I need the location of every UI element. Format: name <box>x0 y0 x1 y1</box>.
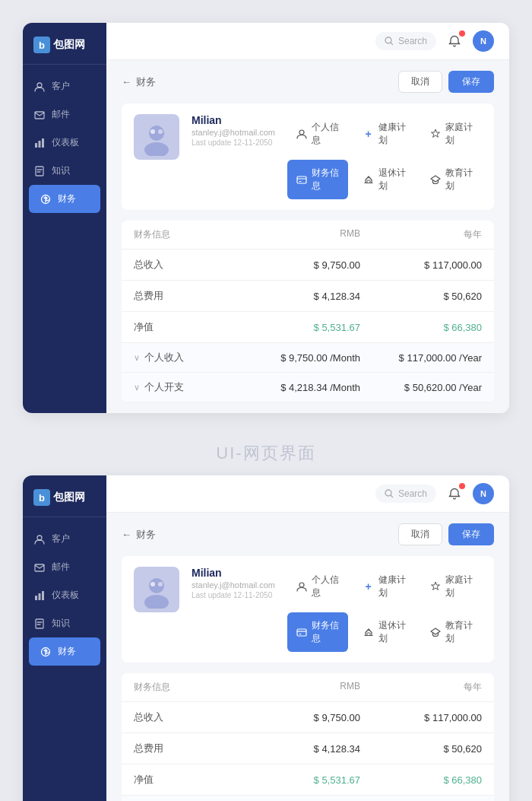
row2-0-rmb: $ 9,750.00 <box>239 712 360 723</box>
dashboard-icon-2 <box>33 590 46 602</box>
sidebar2-label-finance: 财务 <box>58 645 76 658</box>
row2-2-rmb: $ 5,531.67 <box>239 774 360 786</box>
sidebar2-item-mail[interactable]: 邮件 <box>23 553 106 581</box>
logo: b 包图网 <box>23 23 106 65</box>
profile-tabs-2: 个人信息 + 健康计划 家庭计划 <box>287 567 482 652</box>
back-arrow[interactable]: ← <box>122 76 131 87</box>
tab2-retire-icon <box>363 625 374 640</box>
svg-point-28 <box>158 582 163 586</box>
svg-rect-14 <box>297 176 306 183</box>
tab-retire-label: 退休计划 <box>378 167 407 192</box>
row0-label: 总收入 <box>134 258 239 272</box>
tab-family[interactable]: 家庭计划 <box>421 114 482 154</box>
tab2-health-label: 健康计划 <box>378 574 407 599</box>
tab2-personal[interactable]: 个人信息 <box>287 567 348 606</box>
tab-finance-label: 财务信息 <box>312 167 340 192</box>
tab-personal-icon <box>296 126 307 141</box>
sidebar-item-finance[interactable]: 财务 <box>29 185 100 213</box>
tab-family-icon <box>429 126 441 141</box>
table-row-2-1: 总费用 $ 4,128.34 $ 50,620 <box>122 733 494 764</box>
notification-button-2[interactable] <box>444 483 465 504</box>
tab-retire[interactable]: 退休计划 <box>354 160 415 199</box>
sidebar2-item-dashboard[interactable]: 仪表板 <box>23 581 106 609</box>
page-area-2: ← 财务 取消 保存 <box>106 513 509 801</box>
profile-tabs: 个人信息 + 健康计划 <box>287 114 482 199</box>
profile-last-update: Last update 12-11-2050 <box>192 138 275 147</box>
tab2-edu[interactable]: 教育计划 <box>421 612 482 652</box>
search-box-2[interactable]: Search <box>375 485 436 503</box>
tab-personal[interactable]: 个人信息 <box>287 114 348 154</box>
row2-0-label: 总收入 <box>134 710 239 724</box>
tab2-finance-label: 财务信息 <box>312 619 340 645</box>
table-header: 财务信息 RMB 每年 <box>122 221 494 250</box>
tab2-edu-icon <box>429 625 441 640</box>
row2-1-label: 总费用 <box>134 742 239 755</box>
profile-info-2: Milian stanley.j@hotmail.com Last update… <box>192 567 275 599</box>
profile-name-2: Milian <box>192 567 275 579</box>
dashboard-icon <box>33 137 46 149</box>
header-actions: 取消 保存 <box>398 71 494 93</box>
save-button-2[interactable]: 保存 <box>448 523 494 545</box>
expand-income-rmb: $ 9,750.00 /Month <box>239 352 360 364</box>
save-button[interactable]: 保存 <box>448 71 494 93</box>
tab2-retire[interactable]: 退休计划 <box>354 612 415 652</box>
svg-rect-2 <box>35 143 37 148</box>
search-box[interactable]: Search <box>375 32 436 50</box>
expand-row-income: ∨ 个人收入 $ 9,750.00 /Month $ 117,000.00 /Y… <box>122 343 494 373</box>
svg-rect-20 <box>42 591 44 600</box>
sidebar2-item-finance[interactable]: 财务 <box>29 637 100 666</box>
svg-point-27 <box>150 582 155 586</box>
row1-yearly: $ 50,620 <box>360 291 482 302</box>
breadcrumb-2: ← 财务 <box>122 528 156 542</box>
notification-button[interactable] <box>444 30 465 52</box>
sidebar-label-knowledge: 知识 <box>52 164 70 177</box>
profile-avatar-2 <box>134 567 179 612</box>
main-content: Search N ← <box>106 23 509 413</box>
row1-rmb: $ 4,128.34 <box>239 291 360 302</box>
tab2-family[interactable]: 家庭计划 <box>421 567 482 606</box>
tab-finance-icon <box>296 172 307 187</box>
app-card-2: b 包图网 客户 <box>23 475 509 801</box>
tab-health[interactable]: + 健康计划 <box>354 114 415 154</box>
profile-card-2: Milian stanley.j@hotmail.com Last update… <box>122 556 494 663</box>
tab2-health[interactable]: + 健康计划 <box>354 567 415 606</box>
tab-edu[interactable]: 教育计划 <box>421 160 482 199</box>
tab-finance[interactable]: 财务信息 <box>287 160 348 199</box>
search-placeholder-2: Search <box>398 488 427 499</box>
sidebar-item-knowledge[interactable]: 知识 <box>23 157 106 185</box>
cancel-button-2[interactable]: 取消 <box>398 523 442 545</box>
finance-icon <box>40 193 52 205</box>
sidebar2-label-dashboard: 仪表板 <box>52 589 79 602</box>
cancel-button[interactable]: 取消 <box>398 71 442 93</box>
back-arrow-2[interactable]: ← <box>122 529 131 540</box>
profile-email: stanley.j@hotmail.com <box>192 128 275 137</box>
tab2-finance[interactable]: 财务信息 <box>287 612 348 652</box>
topbar: Search N <box>106 23 509 60</box>
tab-personal-label: 个人信息 <box>312 121 340 147</box>
expand-expense-label[interactable]: ∨ 个人开支 <box>134 380 239 394</box>
row2-label: 净值 <box>134 320 239 334</box>
col-header-rmb: RMB <box>239 228 360 241</box>
sidebar-item-mail[interactable]: 邮件 <box>23 100 106 129</box>
table-row-2-2: 净值 $ 5,531.67 $ 66,380 <box>122 764 494 796</box>
mail-icon-2 <box>33 561 46 574</box>
sidebar-item-dashboard[interactable]: 仪表板 <box>23 129 106 157</box>
chevron-down-icon: ∨ <box>134 353 140 363</box>
sidebar-item-clients[interactable]: 客户 <box>23 72 106 100</box>
logo-text-2: 包图网 <box>53 491 85 504</box>
profile-last-update-2: Last update 12-11-2050 <box>192 591 275 599</box>
svg-point-23 <box>385 490 391 496</box>
expand-income-label[interactable]: ∨ 个人收入 <box>134 351 239 364</box>
tab2-retire-label: 退休计划 <box>378 619 407 645</box>
search-icon <box>385 37 394 46</box>
expand-expense-rmb: $ 4,218.34 /Month <box>239 382 360 393</box>
notification-badge-2 <box>459 483 465 489</box>
sidebar2-item-clients[interactable]: 客户 <box>23 525 106 553</box>
avatar-2[interactable]: N <box>473 483 494 504</box>
sidebar2-item-knowledge[interactable]: 知识 <box>23 609 106 637</box>
svg-rect-21 <box>36 619 43 628</box>
svg-point-0 <box>37 83 42 87</box>
avatar[interactable]: N <box>473 30 494 52</box>
table-header-2: 财务信息 RMB 每年 <box>122 673 494 702</box>
row0-rmb: $ 9,750.00 <box>239 259 360 271</box>
